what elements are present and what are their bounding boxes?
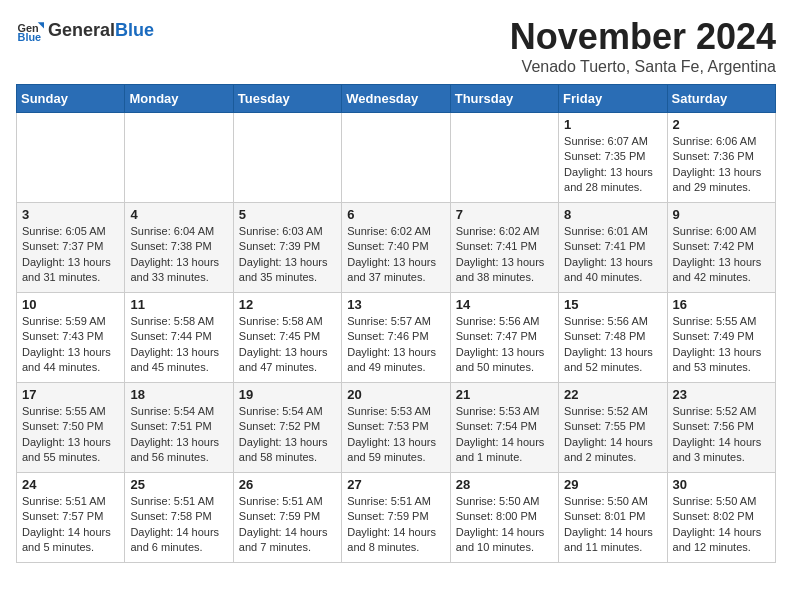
week-row-4: 17Sunrise: 5:55 AM Sunset: 7:50 PM Dayli… — [17, 383, 776, 473]
day-number: 16 — [673, 297, 770, 312]
svg-text:Blue: Blue — [18, 31, 42, 43]
calendar-cell: 11Sunrise: 5:58 AM Sunset: 7:44 PM Dayli… — [125, 293, 233, 383]
header-row: SundayMondayTuesdayWednesdayThursdayFrid… — [17, 85, 776, 113]
day-info: Sunrise: 5:54 AM Sunset: 7:51 PM Dayligh… — [130, 404, 227, 466]
calendar-cell — [125, 113, 233, 203]
day-header-saturday: Saturday — [667, 85, 775, 113]
calendar-table: SundayMondayTuesdayWednesdayThursdayFrid… — [16, 84, 776, 563]
day-number: 25 — [130, 477, 227, 492]
day-number: 10 — [22, 297, 119, 312]
calendar-cell: 28Sunrise: 5:50 AM Sunset: 8:00 PM Dayli… — [450, 473, 558, 563]
day-info: Sunrise: 5:55 AM Sunset: 7:50 PM Dayligh… — [22, 404, 119, 466]
month-title: November 2024 — [510, 16, 776, 58]
day-number: 15 — [564, 297, 661, 312]
day-info: Sunrise: 5:54 AM Sunset: 7:52 PM Dayligh… — [239, 404, 336, 466]
calendar-cell: 10Sunrise: 5:59 AM Sunset: 7:43 PM Dayli… — [17, 293, 125, 383]
day-number: 18 — [130, 387, 227, 402]
calendar-cell: 13Sunrise: 5:57 AM Sunset: 7:46 PM Dayli… — [342, 293, 450, 383]
calendar-cell: 4Sunrise: 6:04 AM Sunset: 7:38 PM Daylig… — [125, 203, 233, 293]
day-header-monday: Monday — [125, 85, 233, 113]
day-info: Sunrise: 5:58 AM Sunset: 7:44 PM Dayligh… — [130, 314, 227, 376]
day-number: 20 — [347, 387, 444, 402]
day-header-sunday: Sunday — [17, 85, 125, 113]
day-info: Sunrise: 5:57 AM Sunset: 7:46 PM Dayligh… — [347, 314, 444, 376]
day-number: 7 — [456, 207, 553, 222]
day-info: Sunrise: 6:01 AM Sunset: 7:41 PM Dayligh… — [564, 224, 661, 286]
day-info: Sunrise: 5:53 AM Sunset: 7:53 PM Dayligh… — [347, 404, 444, 466]
day-info: Sunrise: 6:04 AM Sunset: 7:38 PM Dayligh… — [130, 224, 227, 286]
calendar-cell: 15Sunrise: 5:56 AM Sunset: 7:48 PM Dayli… — [559, 293, 667, 383]
calendar-cell: 23Sunrise: 5:52 AM Sunset: 7:56 PM Dayli… — [667, 383, 775, 473]
title-area: November 2024 Venado Tuerto, Santa Fe, A… — [510, 16, 776, 76]
day-info: Sunrise: 6:07 AM Sunset: 7:35 PM Dayligh… — [564, 134, 661, 196]
day-info: Sunrise: 5:56 AM Sunset: 7:47 PM Dayligh… — [456, 314, 553, 376]
calendar-cell: 12Sunrise: 5:58 AM Sunset: 7:45 PM Dayli… — [233, 293, 341, 383]
day-info: Sunrise: 5:55 AM Sunset: 7:49 PM Dayligh… — [673, 314, 770, 376]
day-number: 28 — [456, 477, 553, 492]
day-info: Sunrise: 5:50 AM Sunset: 8:01 PM Dayligh… — [564, 494, 661, 556]
calendar-cell: 3Sunrise: 6:05 AM Sunset: 7:37 PM Daylig… — [17, 203, 125, 293]
day-number: 19 — [239, 387, 336, 402]
day-number: 11 — [130, 297, 227, 312]
day-number: 9 — [673, 207, 770, 222]
day-number: 17 — [22, 387, 119, 402]
day-info: Sunrise: 5:51 AM Sunset: 7:59 PM Dayligh… — [347, 494, 444, 556]
week-row-2: 3Sunrise: 6:05 AM Sunset: 7:37 PM Daylig… — [17, 203, 776, 293]
logo-blue: Blue — [115, 20, 154, 40]
week-row-5: 24Sunrise: 5:51 AM Sunset: 7:57 PM Dayli… — [17, 473, 776, 563]
calendar-cell: 7Sunrise: 6:02 AM Sunset: 7:41 PM Daylig… — [450, 203, 558, 293]
day-info: Sunrise: 5:52 AM Sunset: 7:56 PM Dayligh… — [673, 404, 770, 466]
logo-general: General — [48, 20, 115, 40]
day-info: Sunrise: 5:51 AM Sunset: 7:58 PM Dayligh… — [130, 494, 227, 556]
week-row-1: 1Sunrise: 6:07 AM Sunset: 7:35 PM Daylig… — [17, 113, 776, 203]
day-number: 24 — [22, 477, 119, 492]
logo: Gen Blue GeneralBlue — [16, 16, 154, 44]
calendar-cell — [233, 113, 341, 203]
day-info: Sunrise: 6:05 AM Sunset: 7:37 PM Dayligh… — [22, 224, 119, 286]
calendar-cell: 2Sunrise: 6:06 AM Sunset: 7:36 PM Daylig… — [667, 113, 775, 203]
day-info: Sunrise: 5:59 AM Sunset: 7:43 PM Dayligh… — [22, 314, 119, 376]
day-info: Sunrise: 5:51 AM Sunset: 7:57 PM Dayligh… — [22, 494, 119, 556]
week-row-3: 10Sunrise: 5:59 AM Sunset: 7:43 PM Dayli… — [17, 293, 776, 383]
calendar-cell: 22Sunrise: 5:52 AM Sunset: 7:55 PM Dayli… — [559, 383, 667, 473]
day-info: Sunrise: 6:02 AM Sunset: 7:40 PM Dayligh… — [347, 224, 444, 286]
day-number: 4 — [130, 207, 227, 222]
calendar-cell: 5Sunrise: 6:03 AM Sunset: 7:39 PM Daylig… — [233, 203, 341, 293]
day-info: Sunrise: 5:51 AM Sunset: 7:59 PM Dayligh… — [239, 494, 336, 556]
day-number: 30 — [673, 477, 770, 492]
day-header-friday: Friday — [559, 85, 667, 113]
calendar-cell — [17, 113, 125, 203]
day-info: Sunrise: 5:56 AM Sunset: 7:48 PM Dayligh… — [564, 314, 661, 376]
day-header-tuesday: Tuesday — [233, 85, 341, 113]
day-number: 6 — [347, 207, 444, 222]
calendar-cell: 8Sunrise: 6:01 AM Sunset: 7:41 PM Daylig… — [559, 203, 667, 293]
day-number: 5 — [239, 207, 336, 222]
calendar-cell: 9Sunrise: 6:00 AM Sunset: 7:42 PM Daylig… — [667, 203, 775, 293]
calendar-cell: 27Sunrise: 5:51 AM Sunset: 7:59 PM Dayli… — [342, 473, 450, 563]
calendar-cell: 16Sunrise: 5:55 AM Sunset: 7:49 PM Dayli… — [667, 293, 775, 383]
calendar-cell — [450, 113, 558, 203]
day-number: 21 — [456, 387, 553, 402]
day-number: 2 — [673, 117, 770, 132]
calendar-cell: 19Sunrise: 5:54 AM Sunset: 7:52 PM Dayli… — [233, 383, 341, 473]
day-header-thursday: Thursday — [450, 85, 558, 113]
day-info: Sunrise: 5:50 AM Sunset: 8:02 PM Dayligh… — [673, 494, 770, 556]
calendar-cell: 24Sunrise: 5:51 AM Sunset: 7:57 PM Dayli… — [17, 473, 125, 563]
day-number: 26 — [239, 477, 336, 492]
day-number: 14 — [456, 297, 553, 312]
day-number: 27 — [347, 477, 444, 492]
day-info: Sunrise: 6:03 AM Sunset: 7:39 PM Dayligh… — [239, 224, 336, 286]
location-subtitle: Venado Tuerto, Santa Fe, Argentina — [510, 58, 776, 76]
header: Gen Blue GeneralBlue November 2024 Venad… — [16, 16, 776, 76]
calendar-cell: 17Sunrise: 5:55 AM Sunset: 7:50 PM Dayli… — [17, 383, 125, 473]
day-number: 8 — [564, 207, 661, 222]
logo-icon: Gen Blue — [16, 16, 44, 44]
day-number: 13 — [347, 297, 444, 312]
calendar-cell: 6Sunrise: 6:02 AM Sunset: 7:40 PM Daylig… — [342, 203, 450, 293]
calendar-cell: 18Sunrise: 5:54 AM Sunset: 7:51 PM Dayli… — [125, 383, 233, 473]
day-info: Sunrise: 5:58 AM Sunset: 7:45 PM Dayligh… — [239, 314, 336, 376]
day-info: Sunrise: 5:52 AM Sunset: 7:55 PM Dayligh… — [564, 404, 661, 466]
day-info: Sunrise: 6:00 AM Sunset: 7:42 PM Dayligh… — [673, 224, 770, 286]
calendar-cell: 1Sunrise: 6:07 AM Sunset: 7:35 PM Daylig… — [559, 113, 667, 203]
day-info: Sunrise: 6:06 AM Sunset: 7:36 PM Dayligh… — [673, 134, 770, 196]
